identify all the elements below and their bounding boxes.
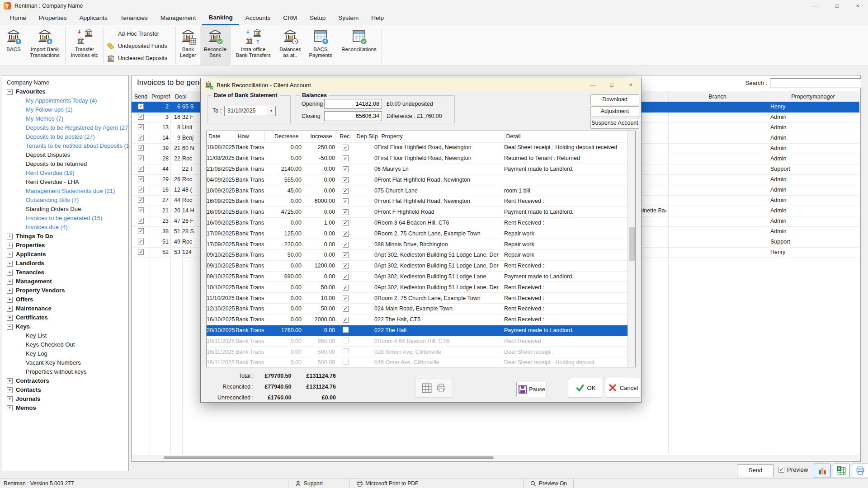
column-header-property[interactable]: Property	[377, 131, 504, 142]
adjustment-button[interactable]: Adjustment	[590, 106, 639, 117]
transaction-row[interactable]: 09/10/2025Bank Trans0.001200.000Apt 302,…	[207, 260, 628, 271]
sidebar-item-rent-overdue-lha[interactable]: Rent Overdue - LHA	[2, 178, 128, 187]
transaction-row[interactable]: 17/09/2025Bank Trans220.000.00088 Minnis…	[207, 239, 628, 250]
sidebar-item-vacant-key-numbers[interactable]: Vacant Key Numbers	[2, 358, 128, 367]
dialog-maximize-button[interactable]: □	[602, 78, 621, 92]
ribbon-button-intra-office-bank-transfers[interactable]: Intra-officeBank Transfers	[231, 25, 276, 66]
export-excel-button[interactable]	[833, 464, 850, 478]
column-header-how[interactable]: How	[236, 131, 264, 142]
sidebar-item-property-vendors[interactable]: +Property Vendors	[2, 286, 128, 295]
preview-on-status[interactable]: Preview On	[530, 479, 567, 488]
menu-tab-help[interactable]: Help	[365, 12, 390, 25]
menu-tab-tenancies[interactable]: Tenancies	[114, 12, 154, 25]
reconciled-checkbox[interactable]	[343, 209, 349, 215]
menu-tab-banking[interactable]: Banking	[202, 12, 239, 25]
column-header-decrease[interactable]: Decrease	[264, 131, 302, 142]
collapse-icon[interactable]: −	[7, 324, 13, 330]
column-header-dep-slip[interactable]: Dep.Slip	[356, 131, 377, 142]
menu-tab-applicants[interactable]: Applicants	[73, 12, 114, 25]
ribbon-button-uncleared-deposits[interactable]: Uncleared Deposits	[104, 52, 175, 64]
send-checkbox[interactable]	[138, 166, 144, 172]
send-checkbox[interactable]	[138, 207, 144, 213]
send-checkbox[interactable]	[138, 124, 144, 130]
sidebar-item-invoices-to-be-generated-15[interactable]: Invoices to be generated (15)	[2, 214, 128, 223]
ribbon-button-import-bank-transactions[interactable]: Import BankTransactions	[24, 25, 65, 66]
sidebar-item-favourites[interactable]: −Favourites	[2, 87, 128, 96]
ribbon-button-bacs[interactable]: BACS	[3, 25, 24, 66]
sidebar-item-management[interactable]: +Management	[2, 277, 128, 286]
sidebar-item-standing-orders-due[interactable]: Standing Orders Due	[2, 205, 128, 214]
menu-tab-setup[interactable]: Setup	[303, 12, 332, 25]
transaction-row[interactable]: 11/10/2025Bank Trans0.0010.000Room 2, 75…	[207, 293, 628, 304]
collapse-icon[interactable]: −	[7, 89, 13, 95]
sidebar-item-applicants[interactable]: +Applicants	[2, 250, 128, 259]
sidebar-item-tenants-to-be-notified-about-deposits-1[interactable]: Tenants to be notified about Deposits (1…	[2, 141, 128, 150]
reconciled-checkbox[interactable]	[343, 145, 349, 150]
sidebar-item-deposits-to-be-returned[interactable]: Deposits to be returned	[2, 160, 128, 169]
printer-status[interactable]: Microsoft Print to PDF	[356, 479, 418, 488]
transaction-row[interactable]: 16/09/2025Bank Trans4725.000.000Front F …	[207, 206, 628, 217]
sidebar-item-contractors[interactable]: +Contractors	[2, 376, 128, 385]
minimize-button[interactable]: —	[806, 0, 826, 12]
sidebar-item-outstanding-bills-7[interactable]: Outstanding Bills (7)	[2, 196, 128, 205]
sidebar-item-my-appointments-today-4[interactable]: My Appointments Today (4)	[2, 96, 128, 105]
ribbon-button-bank-ledger[interactable]: BankLedger	[176, 25, 200, 66]
ribbon-button-ad-hoc-transfer[interactable]: Ad-Hoc Transfer	[104, 28, 175, 40]
send-checkbox[interactable]	[138, 239, 144, 244]
transaction-row[interactable]: 10/10/2025Bank Trans0.0050.000Apt 302, K…	[207, 282, 628, 293]
expand-icon[interactable]: +	[7, 306, 13, 312]
dialog-title-bar[interactable]: Bank Reconciliation - Client Account — □…	[201, 78, 641, 92]
reconciled-checkbox[interactable]	[343, 242, 349, 248]
sidebar-item-certificates[interactable]: +Certificates	[2, 313, 128, 322]
send-checkbox[interactable]	[138, 135, 144, 141]
export-table-icon[interactable]	[422, 383, 432, 393]
sidebar-item-keys-checked-out[interactable]: Keys Checked Out	[2, 340, 128, 349]
preview-checkbox[interactable]	[778, 467, 784, 473]
ok-button[interactable]: OK	[568, 378, 603, 398]
column-header-propref[interactable]: Propref	[151, 91, 170, 102]
reconciled-checkbox[interactable]	[343, 359, 349, 365]
send-checkbox[interactable]	[138, 176, 144, 182]
ribbon-button-reconciliations[interactable]: Reconciliations	[336, 25, 382, 66]
reconciled-checkbox[interactable]	[343, 274, 349, 280]
expand-icon[interactable]: +	[7, 288, 13, 294]
sidebar-item-key-list[interactable]: Key List	[2, 331, 128, 340]
sidebar-item-landlords[interactable]: +Landlords	[2, 259, 128, 268]
support-status[interactable]: Support	[295, 479, 323, 488]
reconciled-checkbox[interactable]	[343, 317, 349, 323]
opening-balance-input[interactable]	[324, 99, 382, 109]
send-checkbox[interactable]	[138, 114, 144, 120]
ribbon-button-undeposited-funds[interactable]: Undeposited Funds	[104, 40, 175, 52]
print-button[interactable]	[852, 464, 868, 478]
reconciled-checkbox[interactable]	[343, 338, 349, 343]
ribbon-button-balances-as-at[interactable]: Balancesas at..	[276, 25, 305, 66]
transaction-row[interactable]: 17/09/2025Bank Trans125.000.000Room 2, 7…	[207, 228, 628, 239]
sidebar-item-journals[interactable]: +Journals	[2, 394, 128, 404]
statement-date-dropdown[interactable]: 31/10/2025 ▾	[224, 106, 276, 116]
menu-tab-management[interactable]: Management	[154, 12, 203, 25]
expand-icon[interactable]: +	[7, 261, 13, 267]
menu-tab-accounts[interactable]: Accounts	[239, 12, 277, 25]
reconciled-checkbox[interactable]	[343, 296, 349, 301]
sidebar-item-deposit-disputes[interactable]: Deposit Disputes	[2, 150, 128, 160]
column-header-detail[interactable]: Detail	[504, 131, 628, 142]
reconciled-checkbox[interactable]	[343, 348, 349, 354]
expand-icon[interactable]: +	[7, 297, 13, 303]
sidebar-item-offers[interactable]: +Offers	[2, 295, 128, 304]
dialog-minimize-button[interactable]: —	[583, 78, 602, 92]
ribbon-button-reconcile-bank[interactable]: ReconcileBank	[200, 25, 230, 66]
expand-icon[interactable]: +	[7, 234, 13, 239]
chevron-down-icon[interactable]: ▾	[267, 106, 275, 116]
closing-balance-input[interactable]	[324, 111, 382, 121]
sidebar-item-my-memos-7[interactable]: My Memos (7)	[2, 114, 128, 123]
send-checkbox[interactable]	[138, 228, 144, 234]
reconciled-checkbox[interactable]	[343, 285, 349, 291]
sidebar-item-company-name[interactable]: Company Name	[2, 78, 128, 87]
column-header-branch[interactable]: Branch	[668, 91, 767, 102]
column-header-send[interactable]: Send	[134, 91, 147, 102]
send-checkbox[interactable]	[138, 103, 144, 109]
sidebar-item-key-log[interactable]: Key Log	[2, 349, 128, 358]
menu-tab-crm[interactable]: CRM	[277, 12, 303, 25]
column-header-increase[interactable]: Increase	[302, 131, 335, 142]
expand-icon[interactable]: +	[7, 387, 13, 393]
